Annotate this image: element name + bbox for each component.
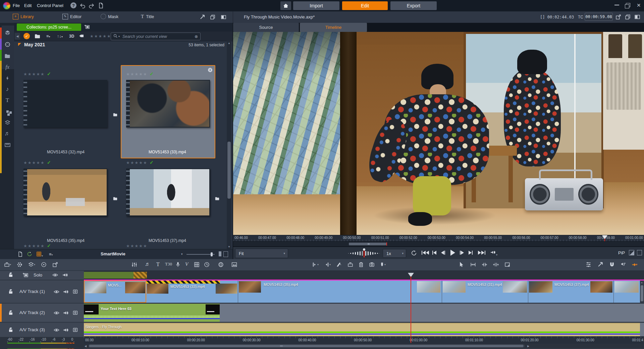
item-check-icon[interactable]: ✓: [150, 160, 154, 165]
library-scrollbar-thumb[interactable]: [227, 142, 231, 199]
dual-preview-icon[interactable]: [634, 14, 640, 21]
timeline-scrollbar-left-arrow[interactable]: ◀: [85, 345, 87, 348]
send-to-timeline-icon[interactable]: [200, 14, 205, 21]
search-scope-caret[interactable]: ▾: [118, 35, 120, 38]
projects-icon[interactable]: [3, 40, 12, 48]
export-mode-button[interactable]: Export: [390, 1, 437, 10]
item-check-icon[interactable]: ✓: [47, 160, 51, 165]
scorefitter-create-icon[interactable]: ♬: [145, 261, 150, 267]
background-icon[interactable]: [231, 262, 237, 267]
sort-icon[interactable]: ↑↓▾: [57, 34, 63, 39]
track-2-lock-icon[interactable]: [8, 310, 13, 317]
volume-button[interactable]: ▾: [490, 250, 497, 257]
zoom-fit-select[interactable]: Fit ▾: [235, 249, 288, 258]
tab-library[interactable]: ≡ Library: [13, 14, 34, 19]
item-thumbnail[interactable]: [23, 80, 107, 128]
track-1-monitor-icon[interactable]: [72, 289, 78, 296]
rating-filter-stars[interactable]: ★★★★★: [90, 34, 111, 39]
disc-burn-icon[interactable]: [41, 262, 47, 267]
navigator-range-extension[interactable]: [133, 272, 147, 279]
search-box[interactable]: ▾ Search your current view ⊗: [111, 33, 201, 40]
track-2-monitor-icon[interactable]: [72, 310, 78, 317]
thumbnail-view-icon[interactable]: ▾: [36, 251, 43, 258]
previous-clip-button[interactable]: [432, 251, 436, 255]
scene-detect-icon[interactable]: [17, 251, 23, 258]
library-item-selected[interactable]: ★★★★★ ✓ MOV51453 (33).mp4: [121, 65, 214, 157]
timeline-lock-icon[interactable]: [8, 272, 13, 279]
titles-icon[interactable]: T: [3, 96, 12, 104]
item-name[interactable]: MOV51453 (33).mp4: [121, 150, 214, 154]
item-rating-stars[interactable]: ★★★★★: [126, 72, 148, 77]
preview-scrollbar-thumb[interactable]: [349, 243, 386, 245]
clip[interactable]: MOV51453 (35).mp4: [238, 281, 442, 303]
expand-footer-icon[interactable]: [219, 251, 221, 256]
library-item[interactable]: ★★★★★ ✓ MOV51453 (37).mp4: [121, 157, 214, 249]
track-2-label[interactable]: A/V Track (2): [19, 310, 45, 315]
track-2-eye-icon[interactable]: [54, 310, 59, 317]
collection-badge-icon[interactable]: [215, 196, 220, 202]
timeline-playhead-line[interactable]: [411, 277, 411, 343]
library-scrollbar-down-arrow[interactable]: ▼: [228, 245, 230, 248]
audio-mixer-toggle-icon[interactable]: [586, 262, 591, 267]
audio-ducking-icon[interactable]: [621, 262, 626, 267]
back-button[interactable]: ◀: [15, 33, 20, 40]
tracks-scrollbar-up-arrow[interactable]: ▲: [641, 281, 643, 284]
item-rating-stars[interactable]: ★★★★★: [23, 244, 45, 248]
smart-insert-icon[interactable]: ➜▾: [632, 262, 637, 267]
timeline-scrollbar-right-arrow[interactable]: ▶: [527, 345, 529, 348]
delete-icon[interactable]: [358, 262, 364, 267]
preview-ruler[interactable]: :00:46.00 00:00:47.00 00:00:48.00 00:00:…: [233, 235, 644, 241]
timeline-ruler[interactable]: 00.00 00:00:10.00 00:00:20.00 00:00:30.0…: [84, 336, 644, 344]
snapshot-icon[interactable]: [369, 262, 375, 267]
timeline-scrollbar-thumb[interactable]: [89, 345, 523, 347]
track-3-header[interactable]: A/V Track (3): [0, 323, 84, 337]
item-rating-stars[interactable]: ★★★★★: [126, 244, 148, 248]
library-scrollbar-up-arrow[interactable]: ▲: [228, 42, 230, 45]
item-thumbnail[interactable]: [126, 168, 210, 216]
effects-icon[interactable]: fx: [3, 63, 12, 71]
multicam-icon[interactable]: [194, 262, 200, 267]
zoom-caret[interactable]: ▾: [181, 252, 183, 256]
home-button[interactable]: [280, 1, 291, 10]
trim-tool-icon[interactable]: [470, 262, 476, 267]
track-1-lock-icon[interactable]: [8, 289, 13, 296]
undock-preview-icon[interactable]: [615, 14, 621, 21]
library-item[interactable]: ★★★★★: [121, 242, 214, 249]
clip[interactable]: MOV51453 (31).mp4: [442, 281, 528, 303]
speed-icon[interactable]: [204, 262, 210, 267]
audio-clip[interactable]: Stingers - Fly Through: [84, 323, 640, 337]
playback-speed-select[interactable]: 1x ▾: [383, 249, 406, 258]
stretch-tool-icon[interactable]: [493, 262, 499, 267]
collection-badge-icon[interactable]: [113, 196, 118, 202]
tag-icon[interactable]: [78, 34, 84, 40]
gear-icon[interactable]: [17, 262, 22, 267]
track-3-label[interactable]: A/V Track (3): [19, 327, 45, 332]
track-3-audio-icon[interactable]: [63, 328, 69, 334]
layers-icon[interactable]: [3, 118, 12, 127]
item-thumbnail[interactable]: [23, 168, 107, 216]
shuttle-control[interactable]: [348, 250, 380, 256]
shuttle-knob[interactable]: [363, 248, 365, 251]
view-mode-icon[interactable]: ≡▾: [46, 34, 50, 39]
track-1-eye-icon[interactable]: [54, 289, 59, 296]
redo-icon[interactable]: [89, 3, 94, 10]
zoom-slider-thumb[interactable]: [211, 252, 213, 256]
item-thumbnail[interactable]: [126, 80, 210, 128]
minimize-button[interactable]: [614, 5, 619, 5]
mark-out-icon[interactable]: ▾: [324, 262, 331, 267]
collections-button[interactable]: Collections: ps25 scree...: [17, 23, 81, 31]
tab-timeline[interactable]: Timeline: [300, 23, 367, 32]
pip-swap-icon[interactable]: [629, 250, 634, 255]
new-project-icon[interactable]: [98, 3, 104, 10]
thumbnail-zoom-slider[interactable]: [186, 254, 215, 255]
track-layers-icon[interactable]: ▾: [28, 262, 35, 267]
group-header[interactable]: May 2021 53 items, 1 selected: [14, 41, 232, 49]
clip[interactable]: MOV51453 (37).mp4: [528, 281, 614, 303]
duplicate-panel-icon[interactable]: [210, 14, 215, 21]
transitions-icon[interactable]: [3, 74, 12, 82]
track-1-label[interactable]: A/V Track (1): [19, 289, 45, 294]
track-3-lock-icon[interactable]: [8, 327, 13, 334]
refresh-library-icon[interactable]: [27, 251, 32, 258]
item-rating-stars[interactable]: ★★★★★: [126, 160, 148, 165]
panel-layout-icon[interactable]: [221, 14, 226, 21]
